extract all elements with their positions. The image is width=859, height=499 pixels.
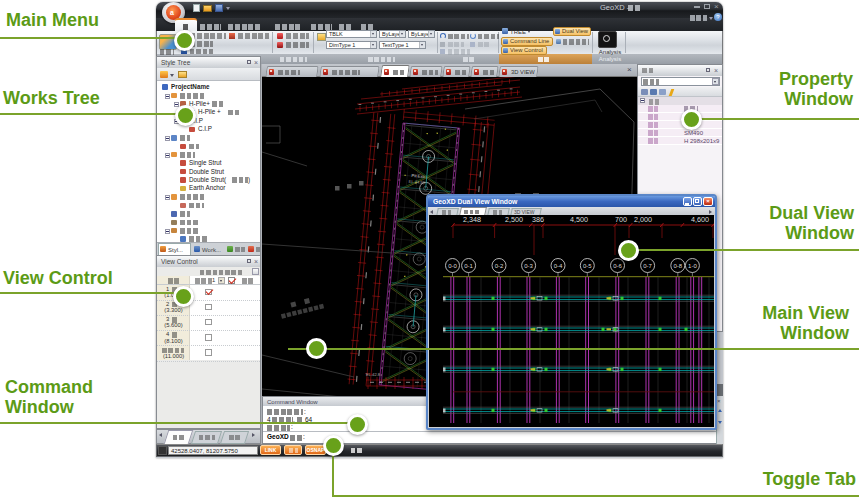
svg-text:0-3: 0-3 <box>524 263 533 269</box>
svg-text:2,000: 2,000 <box>634 215 652 224</box>
svg-text:0-5: 0-5 <box>583 263 592 269</box>
svg-text:0-4: 0-4 <box>554 263 563 269</box>
svg-text:EL-42.8: EL-42.8 <box>366 372 381 377</box>
svg-text:0-1: 0-1 <box>464 263 473 269</box>
svg-text:2,348: 2,348 <box>463 215 481 224</box>
svg-text:4,600: 4,600 <box>691 215 709 224</box>
svg-text:1-0: 1-0 <box>688 263 697 269</box>
svg-text:0-0: 0-0 <box>448 263 457 269</box>
svg-text:0-6: 0-6 <box>613 263 622 269</box>
svg-text:2,500: 2,500 <box>505 215 523 224</box>
svg-text:700: 700 <box>615 215 627 224</box>
svg-text:0-2: 0-2 <box>495 263 504 269</box>
svg-text:386: 386 <box>532 215 544 224</box>
svg-text:4,500: 4,500 <box>570 215 588 224</box>
svg-text:0-7: 0-7 <box>643 263 652 269</box>
svg-text:0-8: 0-8 <box>673 263 682 269</box>
